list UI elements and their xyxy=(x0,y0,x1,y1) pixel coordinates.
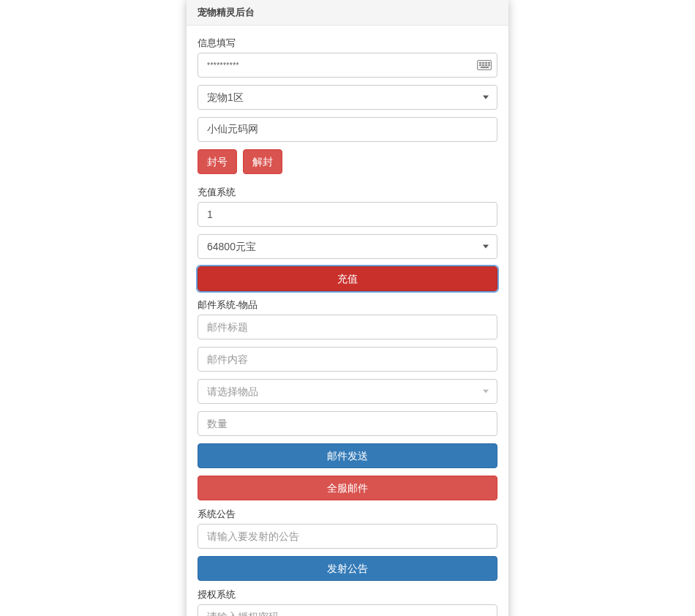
mail-content-group xyxy=(198,347,497,372)
announce-button[interactable]: 发射公告 xyxy=(198,556,497,581)
ban-buttons: 封号 解封 xyxy=(198,149,497,179)
name-input-group xyxy=(198,117,497,142)
recharge-button[interactable]: 充值 xyxy=(198,266,497,291)
announce-label: 系统公告 xyxy=(198,508,497,521)
mail-broadcast-group: 全服邮件 xyxy=(198,476,497,500)
password-input-wrap xyxy=(198,53,497,78)
mail-content-input[interactable] xyxy=(198,347,497,372)
chevron-down-icon xyxy=(483,245,489,249)
recharge-amount-input[interactable] xyxy=(198,202,497,227)
mail-send-group: 邮件发送 xyxy=(198,443,497,468)
chevron-down-icon xyxy=(483,96,489,99)
mail-label: 邮件系统-物品 xyxy=(198,298,497,312)
zone-select-value: 宠物1区 xyxy=(198,85,497,110)
panel-body: 信息填写 宠物1区 封号 解封 充值系统 64800元宝 充值 xyxy=(187,26,508,616)
auth-group: 授权系统 xyxy=(198,588,497,616)
mail-item-value: 请选择物品 xyxy=(198,379,497,404)
mail-qty-group xyxy=(198,411,497,436)
recharge-package-value: 64800元宝 xyxy=(198,234,497,259)
announce-submit-group: 发射公告 xyxy=(198,556,497,581)
auth-password-input[interactable] xyxy=(198,604,497,616)
unban-button[interactable]: 解封 xyxy=(243,149,282,174)
ban-button[interactable]: 封号 xyxy=(198,149,237,174)
recharge-label: 充值系统 xyxy=(198,186,497,199)
recharge-package-select[interactable]: 64800元宝 xyxy=(198,234,497,259)
chevron-down-icon xyxy=(483,390,489,394)
auth-label: 授权系统 xyxy=(198,588,497,601)
recharge-amount-group: 充值系统 xyxy=(198,186,497,227)
mail-send-button[interactable]: 邮件发送 xyxy=(198,443,497,468)
mail-title-group: 邮件系统-物品 xyxy=(198,298,497,339)
mail-item-select[interactable]: 请选择物品 xyxy=(198,379,497,404)
announce-group: 系统公告 xyxy=(198,508,497,549)
mail-qty-input[interactable] xyxy=(198,411,497,436)
announce-input[interactable] xyxy=(198,524,497,549)
mail-broadcast-button[interactable]: 全服邮件 xyxy=(198,476,497,500)
info-label: 信息填写 xyxy=(198,37,497,50)
admin-panel: 宠物精灵后台 信息填写 宠物1区 封号 解封 充值系统 64800元宝 xyxy=(187,0,508,616)
name-input[interactable] xyxy=(198,117,497,142)
zone-select[interactable]: 宠物1区 xyxy=(198,85,497,110)
password-input[interactable] xyxy=(198,53,497,78)
recharge-submit-group: 充值 xyxy=(198,266,497,291)
mail-title-input[interactable] xyxy=(198,315,497,339)
info-password-group: 信息填写 xyxy=(198,37,497,78)
keyboard-icon xyxy=(477,60,492,70)
panel-title: 宠物精灵后台 xyxy=(187,0,508,26)
